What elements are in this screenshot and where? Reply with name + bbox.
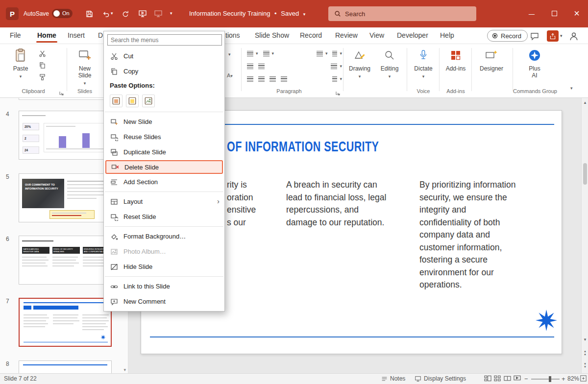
- tab-view[interactable]: View: [369, 31, 384, 39]
- menu-item-new-comment[interactable]: New Comment: [104, 294, 224, 309]
- menu-item-hide-slide[interactable]: Hide Slide: [104, 259, 224, 274]
- slide-7-thumbnail-selected[interactable]: [19, 298, 112, 347]
- menu-item-link-to-slide[interactable]: Link to this Slide: [104, 279, 224, 294]
- maximize-button[interactable]: [543, 0, 565, 27]
- text-direction-dropdown-icon[interactable]: [340, 51, 342, 56]
- align-center-icon[interactable]: [258, 76, 265, 82]
- fit-to-window-icon[interactable]: [580, 375, 587, 382]
- font-color-icon[interactable]: A: [227, 72, 233, 78]
- convert-smartart-icon[interactable]: [332, 76, 337, 82]
- record-button[interactable]: Record: [487, 30, 528, 42]
- menu-item-copy[interactable]: Copy: [104, 64, 224, 79]
- copy-button[interactable]: [36, 60, 48, 71]
- menu-search-input[interactable]: [107, 34, 222, 46]
- slide-8-thumbnail[interactable]: [19, 360, 112, 373]
- format-painter-button[interactable]: [36, 72, 48, 82]
- slideshow-view-icon[interactable]: [514, 375, 521, 382]
- slide-5-thumbnail[interactable]: OUR COMMITMENT TO INFORMATION SECURITY: [19, 173, 112, 222]
- menu-item-add-section[interactable]: Add Section: [104, 174, 224, 190]
- slide-6-thumbnail[interactable]: SAFEGUARDING SENSITIVE DATA RISKS OF SEC…: [19, 236, 112, 285]
- tab-animations-partial[interactable]: tions: [225, 31, 240, 39]
- zoom-out-button[interactable]: [524, 375, 528, 383]
- undo-dropdown-icon[interactable]: [111, 11, 113, 16]
- minimize-button[interactable]: [520, 0, 543, 27]
- bullets-dropdown-icon[interactable]: [256, 51, 258, 56]
- next-slide-icon[interactable]: [582, 362, 588, 368]
- tab-slide-show[interactable]: Slide Show: [255, 31, 289, 39]
- zoom-in-button[interactable]: [562, 375, 565, 383]
- display-settings-button[interactable]: Display Settings: [415, 375, 466, 382]
- reading-view-icon[interactable]: [504, 375, 511, 382]
- menu-item-format-background[interactable]: Format Background…: [104, 229, 224, 244]
- numbering-dropdown-icon[interactable]: [272, 51, 274, 56]
- line-spacing-dropdown-icon[interactable]: [325, 51, 328, 56]
- increase-indent-icon[interactable]: [258, 64, 265, 69]
- slide-title[interactable]: OF INFORMATION SECURITY: [227, 138, 379, 155]
- share-dropdown-icon[interactable]: [560, 33, 563, 38]
- scroll-down-icon[interactable]: [582, 337, 588, 342]
- zoom-slider-thumb[interactable]: [549, 376, 551, 382]
- clipboard-dialog-launcher-icon[interactable]: [59, 89, 65, 95]
- normal-view-icon[interactable]: [484, 375, 491, 382]
- dictate-button[interactable]: Dictate: [411, 47, 436, 80]
- addins-button[interactable]: Add-ins: [443, 47, 468, 72]
- slide-4-thumbnail[interactable]: 20% 2 24: [19, 111, 112, 160]
- star-decoration[interactable]: [535, 309, 558, 332]
- save-icon[interactable]: [84, 9, 94, 19]
- pane-scroll-down-icon[interactable]: [123, 367, 126, 372]
- tab-developer[interactable]: Developer: [397, 31, 428, 39]
- justify-icon[interactable]: [281, 76, 287, 82]
- body-column-3[interactable]: By prioritizing information security, we…: [419, 179, 515, 291]
- collapse-ribbon-icon[interactable]: [570, 85, 573, 91]
- menu-item-new-slide[interactable]: New Slide: [104, 114, 224, 129]
- quick-access-dropdown-icon[interactable]: [170, 11, 172, 16]
- new-slide-button[interactable]: New Slide: [72, 47, 98, 87]
- smartart-dropdown-icon[interactable]: [340, 76, 342, 81]
- cut-button[interactable]: [36, 48, 48, 59]
- designer-button[interactable]: Designer: [477, 47, 506, 72]
- align-left-icon[interactable]: [247, 76, 253, 82]
- document-title[interactable]: Information Security Training • Saved: [189, 10, 308, 17]
- scrollbar-thumb[interactable]: [583, 163, 587, 185]
- touch-mode-icon[interactable]: [153, 9, 163, 19]
- slide-sorter-view-icon[interactable]: [494, 375, 501, 382]
- body-column-1[interactable]: rity is oration ensitive s our: [227, 179, 256, 229]
- powerpoint-logo-icon[interactable]: [6, 7, 19, 20]
- search-input[interactable]: Search: [328, 6, 476, 21]
- body-column-2[interactable]: A breach in security can lead to financi…: [286, 179, 386, 229]
- tab-insert[interactable]: Insert: [68, 31, 85, 39]
- scroll-up-icon[interactable]: [582, 100, 588, 105]
- tab-help[interactable]: Help: [440, 31, 454, 39]
- tab-home[interactable]: Home: [37, 31, 56, 39]
- tab-record[interactable]: Record: [300, 31, 322, 39]
- font-dropdown-icon[interactable]: [228, 51, 231, 57]
- previous-slide-icon[interactable]: [582, 350, 588, 356]
- text-direction-icon[interactable]: [332, 51, 337, 56]
- columns-icon[interactable]: [331, 64, 337, 69]
- keep-source-formatting-icon[interactable]: [110, 95, 122, 107]
- tab-draw-partial[interactable]: D: [98, 31, 103, 39]
- menu-item-delete-slide[interactable]: Delete Slide: [105, 160, 223, 174]
- decrease-indent-icon[interactable]: [247, 64, 253, 69]
- paste-button[interactable]: Paste: [9, 47, 32, 80]
- notes-button[interactable]: Notes: [381, 375, 405, 382]
- menu-item-reuse-slides[interactable]: Reuse Slides: [104, 129, 224, 144]
- line-spacing-icon[interactable]: [317, 51, 323, 56]
- tab-file[interactable]: File: [10, 31, 21, 39]
- menu-item-reset-slide[interactable]: Reset Slide: [104, 209, 224, 224]
- account-icon[interactable]: [568, 31, 579, 42]
- tab-review[interactable]: Review: [335, 31, 358, 39]
- redo-icon[interactable]: [121, 9, 130, 19]
- use-destination-theme-icon[interactable]: [126, 95, 139, 107]
- paragraph-dialog-launcher-icon[interactable]: [335, 89, 341, 95]
- autosave-toggle[interactable]: On: [52, 9, 73, 18]
- numbering-icon[interactable]: [263, 51, 270, 56]
- editing-button[interactable]: Editing: [376, 47, 403, 80]
- close-button[interactable]: [565, 0, 588, 27]
- zoom-percent[interactable]: 82%: [567, 375, 579, 382]
- menu-item-layout[interactable]: Layout: [104, 194, 224, 209]
- columns-dropdown-icon[interactable]: [340, 64, 342, 69]
- bullets-icon[interactable]: [247, 51, 253, 56]
- start-presentation-icon[interactable]: [138, 9, 147, 19]
- plus-ai-button[interactable]: Plus AI: [520, 47, 549, 79]
